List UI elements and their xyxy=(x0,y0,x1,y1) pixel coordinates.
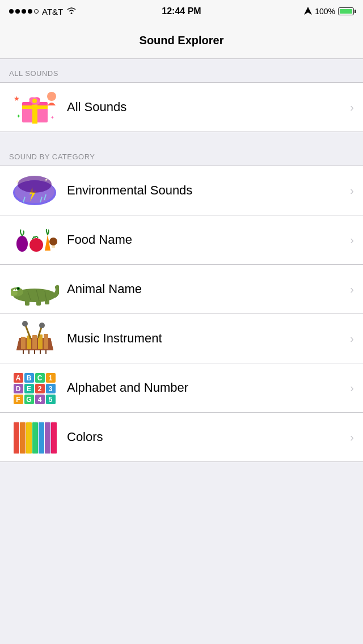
list-item-animal[interactable]: Animal Name › xyxy=(0,265,363,314)
status-left: AT&T xyxy=(9,6,77,16)
svg-marker-90 xyxy=(26,420,32,422)
signal-dots xyxy=(9,9,39,14)
list-item-food[interactable]: Food Name › xyxy=(0,215,363,265)
svg-text:★: ★ xyxy=(15,179,19,184)
svg-text:A: A xyxy=(15,374,20,382)
music-icon xyxy=(9,319,60,358)
svg-marker-92 xyxy=(39,420,45,422)
svg-text:5: 5 xyxy=(48,396,52,404)
all-sounds-header: ALL SOUNDS xyxy=(0,59,363,82)
page-title: Sound Explorer xyxy=(140,34,224,47)
animal-chevron: › xyxy=(350,283,354,296)
svg-marker-94 xyxy=(51,420,57,422)
battery-percent: 100% xyxy=(315,7,335,16)
svg-text:G: G xyxy=(26,396,31,404)
environmental-icon: ★ ★ xyxy=(9,171,60,210)
category-section: SOUND BY CATEGORY xyxy=(0,142,363,462)
svg-marker-93 xyxy=(45,420,51,422)
signal-dot-5 xyxy=(34,9,39,14)
list-item-all-sounds[interactable]: ★ ★ ✦ ✦ All Sounds › xyxy=(0,83,363,132)
section-gap xyxy=(0,132,363,142)
svg-marker-0 xyxy=(304,7,312,15)
all-sounds-section: ALL SOUNDS ★ xyxy=(0,59,363,132)
svg-marker-88 xyxy=(14,420,20,422)
list-item-music[interactable]: Music Instrument › xyxy=(0,314,363,363)
all-sounds-list: ★ ★ ✦ ✦ All Sounds › xyxy=(0,82,363,132)
colors-chevron: › xyxy=(350,431,354,444)
signal-dot-1 xyxy=(9,9,14,14)
svg-text:✦: ✦ xyxy=(16,113,21,119)
svg-point-27 xyxy=(49,238,57,245)
location-icon xyxy=(304,7,312,16)
svg-point-7 xyxy=(32,99,37,103)
list-item-environmental[interactable]: ★ ★ Environmental Sounds › xyxy=(0,166,363,215)
signal-dot-2 xyxy=(15,9,20,14)
svg-marker-91 xyxy=(32,420,39,422)
svg-point-51 xyxy=(39,323,45,328)
svg-rect-81 xyxy=(14,422,19,454)
svg-text:4: 4 xyxy=(37,396,41,404)
svg-marker-89 xyxy=(20,420,26,422)
svg-rect-83 xyxy=(26,422,32,454)
svg-point-12 xyxy=(47,92,56,101)
list-item-alphabet[interactable]: A B C 1 D E 2 3 F G 4 5 Alphabet and Num xyxy=(0,363,363,413)
status-time: 12:44 PM xyxy=(162,6,201,16)
alphabet-chevron: › xyxy=(350,382,354,395)
svg-rect-43 xyxy=(21,337,26,349)
animal-label: Animal Name xyxy=(67,282,345,296)
music-label: Music Instrument xyxy=(67,331,345,346)
svg-rect-37 xyxy=(45,300,49,304)
environmental-chevron: › xyxy=(350,184,354,197)
list-item-colors[interactable]: Colors › xyxy=(0,413,363,461)
svg-rect-35 xyxy=(25,300,29,306)
svg-point-22 xyxy=(16,236,28,252)
category-header: SOUND BY CATEGORY xyxy=(0,142,363,166)
colors-label: Colors xyxy=(67,430,345,444)
bottom-area xyxy=(0,462,363,564)
signal-dot-4 xyxy=(28,9,32,14)
svg-text:C: C xyxy=(37,374,42,382)
colors-icon xyxy=(9,417,60,457)
svg-rect-47 xyxy=(44,334,48,349)
status-bar: AT&T 12:44 PM 100% xyxy=(0,0,363,23)
main-content: ALL SOUNDS ★ xyxy=(0,59,363,462)
food-chevron: › xyxy=(350,234,354,247)
music-chevron: › xyxy=(350,332,354,345)
svg-rect-86 xyxy=(45,422,50,454)
wifi-icon xyxy=(66,6,77,16)
status-right: 100% xyxy=(304,7,354,16)
svg-rect-84 xyxy=(32,422,38,454)
all-sounds-icon: ★ ★ ✦ ✦ xyxy=(9,87,60,127)
all-sounds-label: All Sounds xyxy=(67,100,345,115)
svg-rect-36 xyxy=(36,300,41,306)
svg-rect-87 xyxy=(51,422,57,454)
svg-rect-82 xyxy=(20,422,26,454)
carrier-label: AT&T xyxy=(42,7,63,16)
svg-text:3: 3 xyxy=(48,385,52,393)
svg-rect-4 xyxy=(22,105,48,109)
svg-text:★: ★ xyxy=(45,178,48,181)
svg-text:E: E xyxy=(26,385,31,393)
food-label: Food Name xyxy=(67,232,345,247)
alphabet-icon: A B C 1 D E 2 3 F G 4 5 xyxy=(9,368,60,408)
category-list: ★ ★ Environmental Sounds › xyxy=(0,166,363,462)
svg-text:B: B xyxy=(26,374,31,382)
all-sounds-chevron: › xyxy=(350,101,354,114)
nav-bar: Sound Explorer xyxy=(0,23,363,59)
food-icon xyxy=(9,220,60,260)
svg-rect-45 xyxy=(32,335,37,349)
animal-icon xyxy=(9,269,60,309)
environmental-label: Environmental Sounds xyxy=(67,183,345,198)
svg-rect-85 xyxy=(39,422,44,454)
svg-text:F: F xyxy=(16,396,20,404)
svg-text:★: ★ xyxy=(14,95,20,103)
svg-text:✦: ✦ xyxy=(50,115,54,120)
battery-icon xyxy=(338,7,354,15)
svg-text:D: D xyxy=(15,385,20,393)
svg-point-32 xyxy=(17,288,19,290)
svg-text:1: 1 xyxy=(48,374,52,382)
alphabet-label: Alphabet and Number xyxy=(67,380,345,395)
svg-text:2: 2 xyxy=(37,385,41,393)
svg-point-23 xyxy=(29,238,43,252)
svg-point-49 xyxy=(22,321,28,327)
